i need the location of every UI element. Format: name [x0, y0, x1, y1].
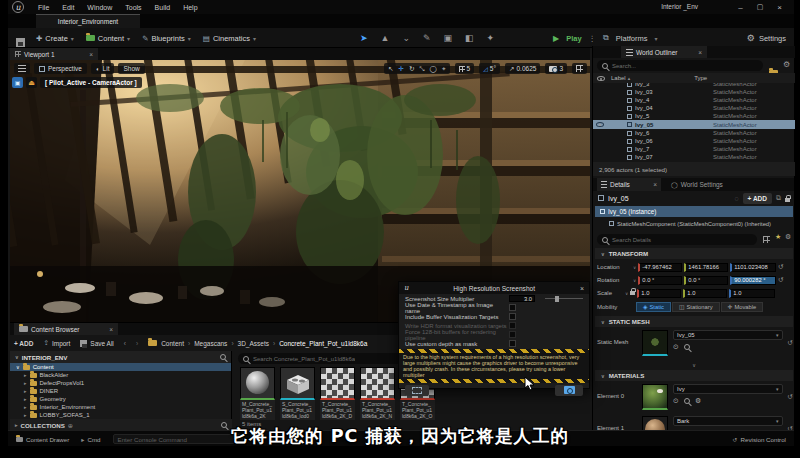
outliner-row[interactable]: Ivy_03StaticMeshActor: [593, 88, 795, 96]
expand-advanced-button[interactable]: ∨: [593, 361, 794, 369]
component-row-instance[interactable]: Ivy_05 (Instance): [595, 206, 793, 217]
menu-edit[interactable]: Edit: [62, 4, 74, 11]
landscape-icon[interactable]: ▲: [381, 33, 390, 43]
scale-z-field[interactable]: 1.0: [729, 289, 775, 298]
search-icon[interactable]: [220, 354, 226, 360]
foliage-icon[interactable]: ⌄: [402, 33, 410, 43]
display-filter-icon[interactable]: [763, 236, 770, 243]
outliner-row[interactable]: Ivy_5StaticMeshActor: [593, 112, 795, 120]
browse-to-asset-icon[interactable]: ⊙: [673, 397, 679, 405]
outliner-row[interactable]: Ivy_6StaticMeshActor: [593, 129, 795, 137]
import-button[interactable]: ⇪Import: [43, 339, 70, 347]
material-ivy-thumbnail[interactable]: [642, 384, 668, 410]
platforms-button[interactable]: Platforms: [616, 34, 648, 43]
tree-item[interactable]: ▸LOBBY_SOFAS_1: [10, 411, 231, 419]
tree-item[interactable]: ▸BlackAlder: [10, 371, 231, 379]
content-browser-tab[interactable]: Content Browser ×: [14, 323, 118, 335]
play-options-icon[interactable]: ⋮: [589, 34, 597, 43]
tree-item[interactable]: ▸Geometry: [10, 395, 231, 403]
menu-help[interactable]: Help: [183, 4, 197, 11]
multiplier-slider-handle[interactable]: [555, 296, 559, 302]
outliner-settings-icon[interactable]: ⚙: [783, 60, 790, 69]
location-z-field[interactable]: 1101.023408: [730, 263, 776, 272]
outliner-row[interactable]: Ivy_06StaticMeshActor: [593, 137, 795, 145]
outliner-search-input[interactable]: Search...: [597, 60, 763, 71]
maximize-viewport-button[interactable]: [572, 63, 587, 74]
materials-section-header[interactable]: ∨MATERIALS: [595, 370, 793, 381]
nav-back-icon[interactable]: ‹: [124, 340, 126, 347]
specify-region-button[interactable]: [405, 385, 429, 396]
close-icon[interactable]: ×: [653, 181, 657, 188]
customdepth-checkbox[interactable]: [509, 340, 516, 347]
menu-build[interactable]: Build: [155, 4, 171, 11]
favorites-star-icon[interactable]: ★: [775, 233, 781, 241]
outliner-row-selected[interactable]: Ivy_05StaticMeshActor: [593, 120, 795, 129]
grid-snap-button[interactable]: 5: [455, 63, 475, 74]
details-search-input[interactable]: Search Details: [597, 234, 757, 245]
maximize-icon[interactable]: ▢: [757, 3, 764, 11]
close-dialog-icon[interactable]: ×: [580, 285, 584, 292]
chevron-down-icon[interactable]: ∨: [625, 291, 628, 296]
viewport-options-button[interactable]: [14, 63, 30, 74]
chevron-down-icon[interactable]: ∨: [633, 265, 636, 270]
static-mesh-thumbnail[interactable]: [642, 330, 668, 356]
outliner-row[interactable]: Ivy_7StaticMeshActor: [593, 145, 795, 153]
rotation-z-field[interactable]: 90.000282 °: [730, 276, 776, 285]
add-button[interactable]: + ADD: [14, 340, 33, 347]
select-mode-icon[interactable]: ➤: [360, 33, 368, 43]
settings-button[interactable]: ⚙ Settings: [747, 28, 786, 48]
scale-y-field[interactable]: 1.0: [683, 289, 727, 298]
lock-icon[interactable]: [785, 198, 790, 202]
save-icon[interactable]: [16, 38, 25, 47]
component-row-staticmesh[interactable]: StaticMeshComponent (StaticMeshComponent…: [595, 218, 793, 229]
animation-icon[interactable]: ✦: [487, 33, 495, 43]
play-button[interactable]: Play: [566, 34, 581, 43]
breadcrumb-3d-assets[interactable]: 3D_Assets: [238, 340, 269, 347]
nav-forward-icon[interactable]: ›: [136, 340, 138, 347]
blueprints-button[interactable]: ✎Blueprints▾: [142, 34, 191, 43]
find-icon[interactable]: [684, 398, 690, 404]
show-button[interactable]: Show: [118, 63, 144, 74]
buffer-checkbox[interactable]: [509, 313, 516, 320]
details-tab[interactable]: Details ×: [597, 178, 661, 191]
world-outliner-tab[interactable]: World Outliner ×: [621, 46, 707, 58]
content-button[interactable]: Content▾: [86, 34, 130, 43]
transform-section-header[interactable]: ∨TRANSFORM: [595, 248, 793, 259]
menu-tools[interactable]: Tools: [125, 4, 141, 11]
rotation-x-field[interactable]: 0.0 °: [638, 276, 682, 285]
tree-item[interactable]: ▸Interior_Environment: [10, 403, 231, 411]
move-tool-icon[interactable]: ✛: [399, 65, 404, 73]
location-y-field[interactable]: 1461.78166: [684, 263, 728, 272]
chevron-down-icon[interactable]: ∨: [633, 278, 636, 283]
save-all-button[interactable]: Save All: [80, 340, 114, 347]
capture-button[interactable]: [555, 385, 583, 396]
close-icon[interactable]: ×: [698, 49, 702, 56]
circle-icon[interactable]: ◌: [734, 195, 738, 202]
mobility-static-button[interactable]: ◈Static: [636, 302, 671, 312]
scale-tool-icon[interactable]: ⤡: [419, 65, 424, 73]
camera-speed-button[interactable]: ↗0.0625: [505, 63, 540, 74]
breadcrumb-megascans[interactable]: Megascans: [194, 340, 227, 347]
reset-icon[interactable]: ↺: [788, 393, 793, 401]
rotation-snap-button[interactable]: ◿5°: [479, 63, 500, 74]
select-tool-icon[interactable]: ↖: [388, 65, 393, 73]
material-ivy-dropdown[interactable]: Ivy▾: [673, 384, 783, 394]
asset-tile-texture-d[interactable]: T_Concrete_Plant_Pot_u1ld8k6a_2K_D: [320, 367, 355, 420]
eject-pilot-icon[interactable]: ⏏: [26, 77, 37, 88]
outliner-column-header[interactable]: Label ▴ Type: [593, 73, 795, 83]
reset-icon[interactable]: ↺: [778, 276, 783, 284]
scale-lock-icon[interactable]: [630, 291, 635, 295]
material-settings-icon[interactable]: ⚙: [695, 397, 701, 405]
world-space-icon[interactable]: ◯: [430, 65, 437, 73]
close-icon[interactable]: ×: [109, 326, 113, 333]
multiplier-slider-track[interactable]: [545, 298, 583, 299]
play-icon[interactable]: ▶: [553, 34, 559, 43]
rotate-tool-icon[interactable]: ↻: [409, 65, 414, 73]
rotation-y-field[interactable]: 0.0 °: [684, 276, 728, 285]
outliner-row[interactable]: Ivy_4StaticMeshActor: [593, 96, 795, 104]
camera-preview-icon[interactable]: ▣: [12, 77, 23, 88]
breadcrumb-content[interactable]: Content: [161, 340, 184, 347]
lit-button[interactable]: ◐Lit: [91, 63, 115, 74]
platforms-icon[interactable]: ⧉: [603, 33, 609, 43]
reset-icon[interactable]: ↺: [778, 263, 783, 271]
